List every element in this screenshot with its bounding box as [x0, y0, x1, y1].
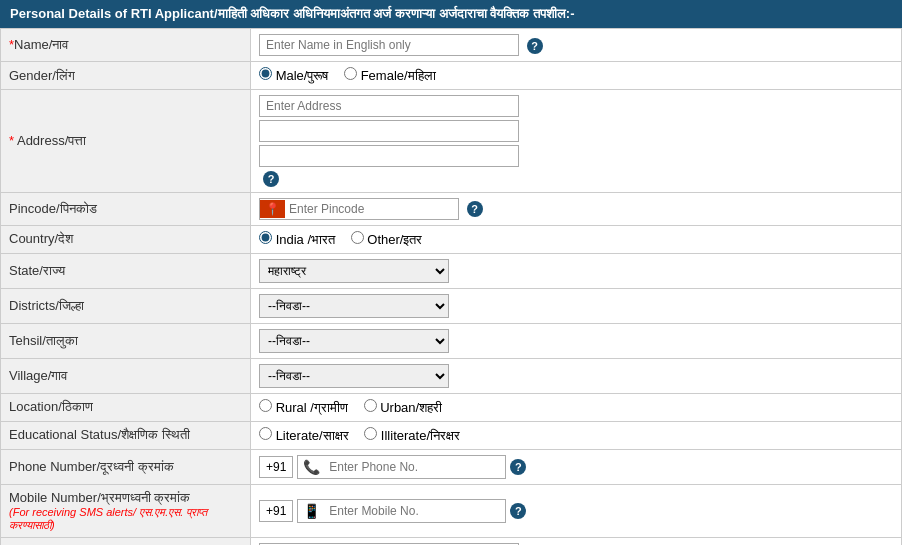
mobile-input[interactable]: [325, 501, 505, 521]
location-urban-radio[interactable]: [364, 399, 377, 412]
mobile-icon: 📱: [298, 500, 325, 522]
pincode-input[interactable]: [285, 199, 435, 219]
pincode-wrapper: 📍: [259, 198, 459, 220]
personal-details-form: *Name/नाव ? Gender/लिंग Male/पुरूष Femal…: [0, 28, 902, 545]
location-row: Location/ठिकाण Rural /ग्रामीण Urban/शहरी: [1, 393, 902, 421]
gender-label: Gender/लिंग: [1, 62, 251, 90]
page-header: Personal Details of RTI Applicant/माहिती…: [0, 0, 902, 28]
gender-radio-group: Male/पुरूष Female/महिला: [259, 67, 893, 84]
mobile-group: +91 📱 ?: [259, 499, 526, 523]
tehsil-select[interactable]: --निवडा--: [259, 329, 449, 353]
state-label: State/राज्य: [1, 253, 251, 288]
location-urban-text: Urban/शहरी: [380, 400, 442, 415]
gender-female-label[interactable]: Female/महिला: [344, 68, 436, 83]
email-label: * Email-ID/ईमेल-आयडी: [1, 537, 251, 545]
state-select[interactable]: महाराष्ट्र: [259, 259, 449, 283]
village-select[interactable]: --निवडा--: [259, 364, 449, 388]
phone-country-code: +91: [259, 456, 293, 478]
sms-note: (For receiving SMS alerts/ एस.एम.एस. प्र…: [9, 506, 242, 532]
name-row: *Name/नाव ?: [1, 29, 902, 62]
email-row: * Email-ID/ईमेल-आयडी ?: [1, 537, 902, 545]
districts-input-cell: --निवडा--: [251, 288, 902, 323]
name-label: *Name/नाव: [1, 29, 251, 62]
literate-radio[interactable]: [259, 427, 272, 440]
tehsil-input-cell: --निवडा--: [251, 323, 902, 358]
country-other-text: Other/इतर: [367, 232, 422, 247]
address-input-3[interactable]: [259, 145, 519, 167]
districts-select[interactable]: --निवडा--: [259, 294, 449, 318]
state-input-cell: महाराष्ट्र: [251, 253, 902, 288]
country-radio-group: India /भारत Other/इतर: [259, 231, 893, 248]
educational-status-radio-group: Literate/साक्षर Illiterate/निरक्षर: [259, 427, 893, 444]
phone-input-cell: +91 📞 ?: [251, 449, 902, 484]
pincode-icon: 📍: [260, 200, 285, 218]
educational-status-row: Educational Status/शैक्षणिक स्थिती Liter…: [1, 421, 902, 449]
pincode-help-icon[interactable]: ?: [467, 201, 483, 217]
illiterate-label[interactable]: Illiterate/निरक्षर: [364, 428, 460, 443]
address-help-icon[interactable]: ?: [263, 171, 279, 187]
districts-label: Districts/जिल्हा: [1, 288, 251, 323]
location-rural-radio[interactable]: [259, 399, 272, 412]
location-rural-label[interactable]: Rural /ग्रामीण: [259, 400, 352, 415]
country-india-label[interactable]: India /भारत: [259, 232, 339, 247]
country-input-cell: India /भारत Other/इतर: [251, 225, 902, 253]
location-input-cell: Rural /ग्रामीण Urban/शहरी: [251, 393, 902, 421]
location-label: Location/ठिकाण: [1, 393, 251, 421]
country-row: Country/देश India /भारत Other/इतर: [1, 225, 902, 253]
address-row: * Address/पत्ता ?: [1, 90, 902, 193]
header-title: Personal Details of RTI Applicant/माहिती…: [0, 0, 902, 28]
village-row: Village/गाव --निवडा--: [1, 358, 902, 393]
mobile-input-cell: +91 📱 ?: [251, 484, 902, 537]
gender-male-text: Male/पुरूष: [276, 68, 329, 83]
gender-female-radio[interactable]: [344, 67, 357, 80]
country-other-radio[interactable]: [351, 231, 364, 244]
illiterate-radio[interactable]: [364, 427, 377, 440]
phone-help-icon[interactable]: ?: [510, 459, 526, 475]
phone-label: Phone Number/दूरध्वनी क्रमांक: [1, 449, 251, 484]
phone-group: +91 📞 ?: [259, 455, 526, 479]
mobile-label: Mobile Number/भ्रमणध्वनी क्रमांक (For re…: [1, 484, 251, 537]
name-input[interactable]: [259, 34, 519, 56]
educational-status-input-cell: Literate/साक्षर Illiterate/निरक्षर: [251, 421, 902, 449]
address-label: * Address/पत्ता: [1, 90, 251, 193]
gender-female-text: Female/महिला: [361, 68, 436, 83]
name-help-icon[interactable]: ?: [527, 38, 543, 54]
mobile-row: Mobile Number/भ्रमणध्वनी क्रमांक (For re…: [1, 484, 902, 537]
educational-status-label: Educational Status/शैक्षणिक स्थिती: [1, 421, 251, 449]
pincode-row: Pincode/पिनकोड 📍 ?: [1, 192, 902, 225]
country-india-radio[interactable]: [259, 231, 272, 244]
gender-male-radio[interactable]: [259, 67, 272, 80]
phone-row: Phone Number/दूरध्वनी क्रमांक +91 📞 ?: [1, 449, 902, 484]
phone-icon: 📞: [298, 456, 325, 478]
literate-text: Literate/साक्षर: [276, 428, 349, 443]
pincode-input-cell: 📍 ?: [251, 192, 902, 225]
mobile-input-wrapper: 📱: [297, 499, 506, 523]
pincode-label: Pincode/पिनकोड: [1, 192, 251, 225]
gender-input-cell: Male/पुरूष Female/महिला: [251, 62, 902, 90]
address-input-2[interactable]: [259, 120, 519, 142]
village-label: Village/गाव: [1, 358, 251, 393]
email-input-cell: ?: [251, 537, 902, 545]
state-row: State/राज्य महाराष्ट्र: [1, 253, 902, 288]
address-input-cell: ?: [251, 90, 902, 193]
country-label: Country/देश: [1, 225, 251, 253]
gender-male-label[interactable]: Male/पुरूष: [259, 68, 332, 83]
mobile-country-code: +91: [259, 500, 293, 522]
village-input-cell: --निवडा--: [251, 358, 902, 393]
illiterate-text: Illiterate/निरक्षर: [381, 428, 460, 443]
tehsil-label: Tehsil/तालुका: [1, 323, 251, 358]
phone-input-wrapper: 📞: [297, 455, 506, 479]
tehsil-row: Tehsil/तालुका --निवडा--: [1, 323, 902, 358]
country-other-label[interactable]: Other/इतर: [351, 232, 423, 247]
name-input-cell: ?: [251, 29, 902, 62]
address-input-1[interactable]: [259, 95, 519, 117]
mobile-help-icon[interactable]: ?: [510, 503, 526, 519]
districts-row: Districts/जिल्हा --निवडा--: [1, 288, 902, 323]
location-rural-text: Rural /ग्रामीण: [276, 400, 348, 415]
literate-label[interactable]: Literate/साक्षर: [259, 428, 352, 443]
country-india-text: India /भारत: [276, 232, 335, 247]
phone-input[interactable]: [325, 457, 505, 477]
gender-row: Gender/लिंग Male/पुरूष Female/महिला: [1, 62, 902, 90]
location-urban-label[interactable]: Urban/शहरी: [364, 400, 443, 415]
location-radio-group: Rural /ग्रामीण Urban/शहरी: [259, 399, 893, 416]
